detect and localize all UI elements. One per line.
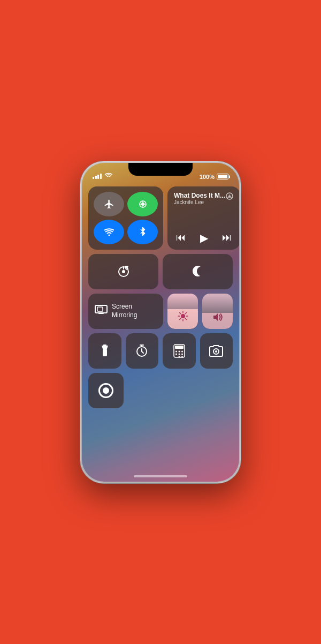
record-circle [98,383,113,398]
volume-slider[interactable] [202,294,233,329]
signal-bars [93,174,102,179]
battery-fill [218,175,227,178]
do-not-disturb-button[interactable] [163,254,233,289]
svg-point-7 [181,314,185,318]
row-rotation-dnd [88,254,233,289]
screen-mirroring-icon [95,305,108,317]
screen-mirroring-button[interactable]: ScreenMirroring [88,294,163,329]
play-button[interactable]: ▶ [200,231,208,244]
bluetooth-button[interactable] [127,220,158,244]
wifi-status-icon [105,173,112,180]
row-screen-record [88,373,233,408]
camera-button[interactable] [200,333,233,369]
status-right: 100% [200,174,228,180]
svg-point-28 [178,356,180,357]
phone-screen: 100% [82,163,239,482]
home-indicator[interactable] [134,475,187,477]
svg-point-26 [181,353,183,355]
svg-line-12 [179,312,180,313]
screen-mirroring-label: ScreenMirroring [112,303,137,319]
calculator-button[interactable] [163,333,196,369]
signal-bar-2 [95,176,97,179]
now-playing-artist: Jacknife Lee [174,199,225,205]
svg-line-13 [185,318,186,319]
svg-point-31 [215,350,217,353]
svg-point-2 [108,234,110,236]
volume-icon [212,312,224,324]
row-connectivity-nowplaying: What Does It M... Jacknife Lee ⏮ [88,186,233,250]
svg-point-23 [181,350,183,352]
brightness-slider[interactable] [167,294,198,329]
now-playing-controls: ⏮ ▶ ⏭ [174,231,234,244]
svg-point-22 [178,350,180,352]
signal-bar-1 [93,177,94,179]
timer-button[interactable] [126,333,159,369]
airplane-mode-button[interactable] [94,192,124,216]
flashlight-button[interactable] [88,333,121,369]
signal-bar-4 [100,174,102,179]
phone-frame: 100% [80,161,241,483]
airplay-icon[interactable] [225,192,234,202]
svg-line-14 [185,312,186,313]
svg-rect-20 [175,346,184,349]
battery-icon [217,174,228,179]
svg-point-4 [122,270,125,273]
svg-rect-6 [97,307,103,311]
now-playing-info: What Does It M... Jacknife Lee [174,192,225,205]
battery-percentage: 100% [200,174,215,180]
svg-point-25 [178,353,180,355]
svg-rect-16 [103,349,107,356]
signal-bar-3 [97,175,99,179]
row-mirroring-sliders: ScreenMirroring [88,294,233,329]
next-button[interactable]: ⏭ [222,232,232,243]
previous-button[interactable]: ⏮ [176,232,186,243]
svg-point-29 [181,356,183,357]
connectivity-box [88,186,163,250]
control-center: What Does It M... Jacknife Lee ⏮ [88,186,233,466]
status-left [93,173,112,180]
phone-notch [128,163,193,176]
now-playing-box[interactable]: What Does It M... Jacknife Lee ⏮ [167,186,239,250]
cellular-button[interactable] [127,192,158,216]
rotation-lock-button[interactable] [88,254,158,289]
record-dot [103,387,109,394]
svg-line-15 [179,318,180,319]
svg-point-21 [175,350,177,352]
now-playing-title: What Does It M... [174,192,225,199]
screen-record-button[interactable] [88,373,124,408]
now-playing-header: What Does It M... Jacknife Lee [174,192,234,205]
brightness-icon [178,311,188,324]
svg-rect-17 [103,345,106,346]
wifi-button[interactable] [94,220,124,244]
svg-point-24 [175,353,177,355]
row-small-controls [88,333,233,369]
